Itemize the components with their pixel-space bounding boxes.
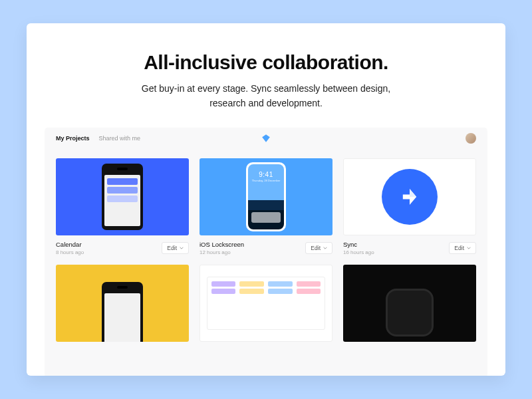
lockscreen-date: Thursday, 28 December bbox=[252, 179, 281, 182]
project-thumb bbox=[343, 158, 476, 235]
project-thumb bbox=[343, 265, 476, 342]
project-card-calendar[interactable]: Calendar 8 hours ago Edit bbox=[56, 158, 189, 255]
edit-button[interactable]: Edit bbox=[449, 242, 476, 254]
tab-my-projects[interactable]: My Projects bbox=[56, 135, 90, 142]
edit-button[interactable]: Edit bbox=[162, 242, 189, 254]
sync-icon bbox=[382, 169, 438, 225]
lockscreen-time: 9:41 bbox=[259, 171, 273, 178]
phone-mock-icon bbox=[102, 164, 143, 230]
project-card-partial[interactable] bbox=[56, 265, 189, 342]
project-thumb bbox=[56, 158, 189, 235]
hero-subhead: Get buy-in at every stage. Sync seamless… bbox=[133, 82, 399, 110]
project-name: iOS Lockscreen bbox=[200, 241, 244, 248]
chevron-down-icon bbox=[467, 246, 471, 250]
edit-label: Edit bbox=[167, 245, 177, 251]
project-thumb bbox=[56, 265, 189, 342]
tab-shared[interactable]: Shared with me bbox=[99, 135, 141, 142]
project-thumb bbox=[200, 265, 332, 342]
project-card-lockscreen[interactable]: 9:41 Thursday, 28 December iOS Lockscree… bbox=[200, 158, 332, 255]
projects-app: My Projects Shared with me bbox=[45, 128, 487, 376]
hero: All-inclusive collaboration. Get buy-in … bbox=[27, 23, 505, 128]
phone-mock-icon bbox=[102, 282, 143, 342]
project-time: 16 hours ago bbox=[343, 249, 374, 255]
project-name: Sync bbox=[343, 241, 374, 248]
project-time: 12 hours ago bbox=[200, 249, 244, 255]
card-meta: Calendar 8 hours ago Edit bbox=[56, 235, 189, 255]
tab-mock-icon bbox=[207, 277, 325, 330]
card-meta: Sync 16 hours ago Edit bbox=[343, 235, 476, 255]
chevron-down-icon bbox=[323, 246, 327, 250]
project-time: 8 hours ago bbox=[56, 249, 84, 255]
chevron-down-icon bbox=[180, 246, 184, 250]
edit-label: Edit bbox=[311, 245, 321, 251]
app-logo-icon bbox=[261, 134, 271, 143]
hero-headline: All-inclusive collaboration. bbox=[66, 51, 466, 74]
project-card-partial[interactable] bbox=[200, 265, 332, 342]
watch-mock-icon bbox=[386, 289, 434, 336]
nav-tabs: My Projects Shared with me bbox=[56, 135, 140, 142]
avatar[interactable] bbox=[466, 133, 476, 144]
marketing-panel: All-inclusive collaboration. Get buy-in … bbox=[27, 23, 505, 376]
edit-button[interactable]: Edit bbox=[305, 242, 332, 254]
edit-label: Edit bbox=[454, 245, 464, 251]
app-bar: My Projects Shared with me bbox=[45, 128, 487, 149]
phone-mock-icon: 9:41 Thursday, 28 December bbox=[246, 162, 286, 231]
project-card-partial[interactable] bbox=[343, 265, 476, 342]
project-name: Calendar bbox=[56, 241, 84, 248]
project-thumb: 9:41 Thursday, 28 December bbox=[200, 158, 332, 235]
projects-grid: Calendar 8 hours ago Edit 9:41 Thursda bbox=[45, 149, 487, 342]
project-card-sync[interactable]: Sync 16 hours ago Edit bbox=[343, 158, 476, 255]
card-meta: iOS Lockscreen 12 hours ago Edit bbox=[200, 235, 332, 255]
